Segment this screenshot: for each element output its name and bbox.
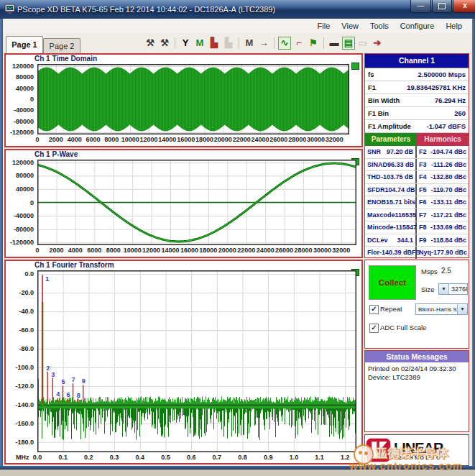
svg-text:7: 7 (72, 376, 75, 383)
param-value: 15.71 bits (386, 196, 415, 209)
y-tick-label: -120.0 (6, 383, 34, 390)
tab-toolbar-row: Page 1 Page 2 ⚒⚒YM▙▙M→∿⌐⚑▬▤▭➔ (3, 33, 472, 53)
size-dropdown[interactable]: ▼ 32768 (438, 283, 468, 295)
maximize-glyph (438, 3, 446, 9)
logo-brand-text: LINEAR (394, 441, 447, 455)
y-tick-label: -140.0 (6, 401, 34, 408)
x-tick-label: 0.5 (151, 454, 180, 461)
harmonic-value: -118.84 dBc (430, 234, 466, 247)
svg-text:6: 6 (66, 391, 70, 398)
window-border-left (0, 19, 3, 466)
harmonic-label: F3 (419, 159, 427, 171)
y-tick-label: -180.0 (6, 439, 34, 446)
y-tick-label: -120000 (6, 129, 34, 136)
maximize-button[interactable] (432, 0, 452, 13)
notch-tool-icon[interactable]: ⌐ (292, 37, 305, 50)
window-layout-icon[interactable]: ▬ (328, 37, 341, 50)
harmonic-label: F5 (419, 184, 427, 196)
x-tick-label: 0.7 (203, 454, 231, 461)
averaging-icon[interactable]: → (257, 37, 270, 50)
filter-y-icon[interactable]: Y (179, 37, 192, 50)
channel-row-value: 2.500000 Msps (418, 68, 466, 81)
status-message-line: Printed on 02/24/14 09:32:30 (368, 365, 466, 373)
y-tick-label: 0 (6, 96, 34, 103)
repeat-checkbox[interactable]: ✓ (369, 305, 379, 314)
harmonic-value: -132.80 dBc (430, 171, 466, 183)
menu-help[interactable]: Help (441, 19, 466, 33)
fourier-chart-title: Ch 1 Fourier Transform (34, 261, 114, 269)
param-value: 104.74 dB (385, 184, 415, 196)
param-harmonic-row: SINAD96.33 dBF3-111.26 dBc (365, 159, 469, 172)
toolbar-separator (239, 37, 239, 49)
x-tick-label: 0.0 (23, 454, 52, 461)
y-tick-label: 80000 (6, 172, 34, 179)
p-wave-plot[interactable] (37, 160, 356, 245)
histogram-green-icon[interactable]: M (193, 37, 206, 50)
harmonic-label: F4 (419, 171, 427, 183)
adc-full-scale-checkbox[interactable]: ✓ (369, 324, 379, 333)
fft-window-dropdown[interactable]: Blkmn-Harris 92dB ▼ (415, 303, 468, 315)
param-label: SNR (367, 146, 381, 158)
param-label: ENOB (367, 196, 386, 209)
svg-text:4: 4 (56, 390, 60, 398)
p-wave-chart-panel: Ch 1 P-Wave 12000080000400000-40000-8000… (4, 149, 363, 258)
x-tick-label: 0.1 (49, 454, 78, 461)
toolbar: ⚒⚒YM▙▙M→∿⌐⚑▬▤▭➔ (144, 35, 384, 51)
channel-header: Channel 1 (365, 54, 469, 68)
collect-button[interactable]: Collect (369, 265, 416, 300)
parameters-header: Parameters (365, 133, 417, 146)
adc-full-scale-label: ADC Full Scale (380, 324, 426, 331)
y-tick-label: -120000 (6, 239, 34, 246)
harmonic-label: Nyq (419, 247, 431, 259)
parameters-harmonics-table: SNR97.20 dBF2-104.74 dBcSINAD96.33 dBF3-… (365, 146, 469, 260)
menu-file[interactable]: File (313, 19, 335, 33)
flag-icon[interactable]: ⚑ (307, 37, 320, 50)
tab-page-1[interactable]: Page 1 (6, 36, 43, 53)
y-tick-label: 120000 (6, 159, 34, 166)
window-border-right (472, 19, 475, 466)
bar-chart-icon[interactable]: ▙ (208, 37, 221, 50)
minimize-button[interactable]: — (410, 0, 431, 13)
msps-field[interactable]: 2.5 (441, 267, 451, 275)
harmonic-value: -133.11 dBc (430, 196, 466, 209)
param-value: 97.20 dB (387, 146, 413, 158)
size-label: Size (421, 285, 434, 293)
param-value: -140.39 dBFS (379, 247, 420, 259)
close-button[interactable]: x (453, 0, 475, 13)
param-label: Maxcode (367, 209, 395, 221)
hammer-tool-icon[interactable]: ⚒ (144, 37, 157, 50)
param-value: 344.1 (397, 234, 413, 247)
param-harmonic-row: SFDR104.74 dBF5-119.70 dBc (365, 184, 469, 197)
menu-view[interactable]: View (337, 19, 363, 33)
y-tick-label: -100.0 (6, 364, 34, 371)
y-tick-label: 0 (6, 199, 34, 206)
size-dropdown-arrow-icon[interactable]: ▼ (439, 284, 449, 294)
param-value: 116535 (395, 209, 417, 221)
harmonic-label: F8 (419, 221, 427, 234)
x-tick-label: 0.3 (100, 454, 129, 461)
max-hold-icon[interactable]: M (243, 37, 256, 50)
export-icon[interactable]: ➔ (371, 37, 384, 50)
menu-configure[interactable]: Configure (396, 19, 439, 33)
wave-capture-icon[interactable]: ∿ (278, 37, 291, 50)
fourier-transform-plot[interactable]: 123456789 (37, 270, 356, 452)
x-tick-label: 0.4 (126, 454, 155, 461)
status-messages-header: Status Messages (365, 351, 469, 362)
harmonic-value: -117.21 dBc (430, 209, 466, 221)
channel-info-box: Channel 1 fs2.500000 MspsF119.836425781 … (364, 53, 469, 258)
time-domain-plot[interactable] (37, 64, 349, 134)
y-tick-label: 40000 (6, 85, 34, 92)
channel-row-value: 260 (454, 107, 466, 119)
fft-window-dropdown-arrow-icon[interactable]: ▼ (457, 304, 467, 314)
channel-row-value: -1.047 dBFS (427, 120, 466, 132)
channel-row-label: F1 Bin (368, 107, 389, 119)
window-layout-green-icon[interactable]: ▤ (342, 37, 355, 50)
menu-tools[interactable]: Tools (366, 19, 393, 33)
tab-page-2[interactable]: Page 2 (43, 38, 80, 53)
pick-tool-icon[interactable]: ⚒ (158, 37, 171, 50)
title-bar[interactable]: PScope XD BETA K75-65 Feb 12 2014 10:44:… (0, 0, 475, 19)
size-dropdown-value: 32768 (449, 285, 467, 293)
x-tick-label: 0.9 (254, 454, 282, 461)
y-tick-label: 0.0 (6, 270, 34, 278)
fourier-chart-panel: Ch 1 Fourier Transform MHz 0.0-20.0-40.0… (4, 260, 363, 464)
